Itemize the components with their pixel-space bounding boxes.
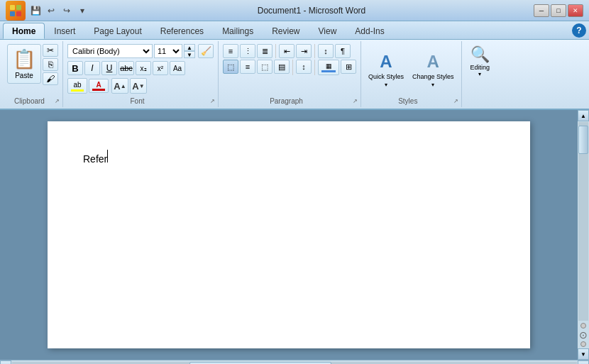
- save-quick-btn[interactable]: 💾: [28, 4, 43, 18]
- clipboard-group: 📋 Paste ✂ ⎘ 🖌 Clipboard ↗: [3, 41, 63, 107]
- window-title: Document1 - Microsoft Word: [89, 6, 534, 16]
- superscript-button[interactable]: x²: [153, 61, 168, 75]
- editing-group: 🔍 Editing ▾ E: [462, 41, 499, 107]
- borders-btn[interactable]: ⊞: [341, 60, 356, 74]
- copy-button[interactable]: ⎘: [43, 58, 58, 71]
- show-formatting-btn[interactable]: ¶: [335, 44, 351, 58]
- font-expand-icon[interactable]: ↗: [210, 98, 215, 104]
- tab-page-layout[interactable]: Page Layout: [84, 23, 150, 39]
- clipboard-label: Clipboard: [6, 96, 53, 106]
- scroll-up-btn[interactable]: ▲: [578, 110, 589, 121]
- text-cursor: [107, 150, 108, 162]
- format-painter-button[interactable]: 🖌: [43, 72, 58, 85]
- justify-btn[interactable]: ▤: [274, 60, 290, 74]
- tab-references[interactable]: References: [151, 23, 213, 39]
- paragraph-label: Paragraph: [221, 96, 351, 106]
- maximize-button[interactable]: □: [551, 4, 566, 17]
- styles-expand-icon[interactable]: ↗: [453, 98, 458, 104]
- tab-review[interactable]: Review: [263, 23, 309, 39]
- change-case-btn[interactable]: Aa: [170, 61, 185, 75]
- window-controls: ─ □ ✕: [534, 4, 583, 17]
- decrease-indent-btn[interactable]: ⇤: [279, 44, 294, 58]
- document-wrapper: Refer ▲ ⊙ ▼: [0, 110, 589, 360]
- tab-view[interactable]: View: [309, 23, 346, 39]
- document-page[interactable]: Refer: [48, 121, 530, 348]
- align-left-btn[interactable]: ⬚: [223, 60, 238, 74]
- font-name-select[interactable]: Calibri (Body): [67, 44, 153, 58]
- tab-add-ins[interactable]: Add-Ins: [346, 23, 393, 39]
- paragraph-expand-icon[interactable]: ↗: [353, 98, 358, 104]
- ribbon: 📋 Paste ✂ ⎘ 🖌 Clipboard ↗ Calibri (Body)…: [0, 40, 589, 110]
- close-button[interactable]: ✕: [568, 4, 583, 17]
- tab-home[interactable]: Home: [3, 23, 45, 39]
- document-canvas[interactable]: Refer: [0, 110, 578, 360]
- increase-indent-btn[interactable]: ⇥: [296, 44, 312, 58]
- editing-button[interactable]: 🔍 Editing ▾: [466, 44, 495, 79]
- title-bar: 💾 ↩ ↪ ▾ Document1 - Microsoft Word ─ □ ✕: [0, 0, 589, 21]
- scroll-next-page[interactable]: [580, 341, 586, 347]
- paragraph-group: ≡ ⋮ ≣ ⇤ ⇥ ↕ ¶ ⬚ ≡ ⬚ ▤ ↕ ▦: [219, 41, 361, 107]
- scroll-prev-page[interactable]: [580, 323, 586, 329]
- quick-access-toolbar: 💾 ↩ ↪ ▾: [28, 4, 89, 18]
- underline-button[interactable]: U: [101, 61, 117, 75]
- clipboard-expand-icon[interactable]: ↗: [55, 98, 60, 104]
- vertical-scrollbar[interactable]: ▲ ⊙ ▼: [578, 110, 589, 360]
- italic-button[interactable]: I: [84, 61, 100, 75]
- tab-mailings[interactable]: Mailings: [213, 23, 263, 39]
- line-spacing-btn[interactable]: ↕: [296, 60, 312, 74]
- change-styles-button[interactable]: A Change Styles ▾: [409, 50, 457, 89]
- decrease-font-size-btn[interactable]: ▼: [184, 51, 195, 58]
- align-center-btn[interactable]: ≡: [240, 60, 255, 74]
- office-button[interactable]: [6, 1, 26, 21]
- sort-btn[interactable]: ↕: [318, 44, 334, 58]
- horizontal-scrollbar[interactable]: ◀ ▶: [0, 360, 589, 364]
- font-label: Font: [66, 96, 209, 106]
- text-highlight-button[interactable]: ab: [67, 78, 87, 94]
- help-button[interactable]: ?: [572, 23, 586, 38]
- h-scroll-track[interactable]: [12, 362, 577, 365]
- scroll-thumb[interactable]: [578, 126, 588, 154]
- svg-rect-3: [16, 11, 21, 16]
- font-group: Calibri (Body) 11 ▲ ▼ 🧹 B I U abc x₂ x² …: [63, 41, 219, 107]
- tab-insert[interactable]: Insert: [45, 23, 84, 39]
- redo-quick-btn[interactable]: ↪: [60, 4, 74, 18]
- document-text: Refer: [83, 153, 107, 165]
- scroll-select-browse[interactable]: ⊙: [579, 329, 588, 341]
- bullets-btn[interactable]: ≡: [223, 44, 238, 58]
- scroll-down-btn[interactable]: ▼: [578, 348, 589, 360]
- styles-group: A Quick Styles ▾ A Change Styles ▾ Style…: [361, 41, 462, 107]
- scroll-track[interactable]: [578, 122, 588, 321]
- align-right-btn[interactable]: ⬚: [257, 60, 273, 74]
- shrink-font-btn[interactable]: A▼: [130, 78, 147, 94]
- styles-label: Styles: [364, 96, 452, 106]
- subscript-button[interactable]: x₂: [136, 61, 151, 75]
- cut-button[interactable]: ✂: [43, 44, 58, 57]
- h-scroll-thumb[interactable]: [189, 362, 331, 365]
- font-size-select[interactable]: 11: [154, 44, 182, 58]
- paste-button[interactable]: 📋 Paste: [7, 44, 41, 84]
- svg-rect-2: [10, 11, 15, 16]
- increase-font-size-btn[interactable]: ▲: [184, 44, 195, 51]
- font-color-btn[interactable]: A: [89, 79, 109, 93]
- scroll-controls: ⊙: [579, 321, 588, 348]
- clear-formatting-btn[interactable]: 🧹: [198, 44, 214, 58]
- quick-styles-button[interactable]: A Quick Styles ▾: [365, 50, 407, 89]
- svg-rect-0: [10, 5, 15, 10]
- scroll-right-btn[interactable]: ▶: [578, 360, 589, 365]
- numbering-btn[interactable]: ⋮: [240, 44, 255, 58]
- strikethrough-button[interactable]: abc: [119, 61, 134, 75]
- multilevel-btn[interactable]: ≣: [257, 44, 273, 58]
- ribbon-tab-bar: Home Insert Page Layout References Maili…: [0, 21, 589, 40]
- qa-dropdown-btn[interactable]: ▾: [75, 4, 89, 18]
- minimize-button[interactable]: ─: [534, 4, 549, 17]
- undo-quick-btn[interactable]: ↩: [44, 4, 58, 18]
- bold-button[interactable]: B: [67, 61, 83, 75]
- scroll-left-btn[interactable]: ◀: [0, 360, 11, 365]
- grow-font-btn[interactable]: A▲: [111, 78, 128, 94]
- shading-btn[interactable]: ▦: [318, 60, 339, 75]
- svg-rect-1: [16, 5, 21, 10]
